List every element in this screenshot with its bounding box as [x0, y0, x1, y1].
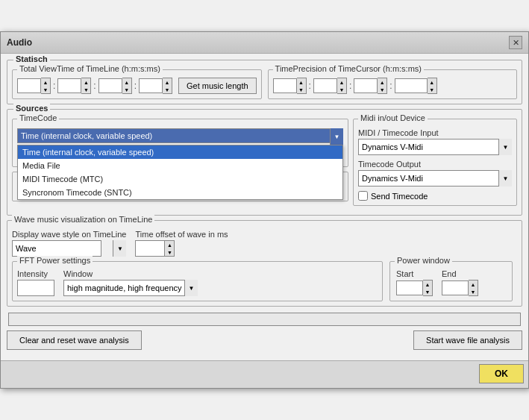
clear-button[interactable]: Clear and reset wave analysis — [7, 330, 142, 350]
sources-group: Sources TimeCode Time (internal clock, v… — [7, 109, 522, 216]
tvt-ms-input[interactable]: 0 — [139, 78, 163, 93]
tvt-s-up[interactable]: ▲ — [122, 78, 131, 86]
window-content: Statisch Total ViewTime of TimeLine (h:m… — [1, 54, 528, 360]
power-end-up[interactable]: ▲ — [469, 280, 478, 288]
window-field: Window high magnitude, high frequency lo… — [63, 269, 198, 296]
tp-ms-input[interactable]: 100 — [395, 78, 428, 93]
tvt-h-down[interactable]: ▼ — [41, 86, 50, 93]
tvt-ms-spinner-btns: ▲ ▼ — [163, 78, 172, 94]
tp-h-spinner-btns: ▲ ▼ — [297, 78, 307, 94]
timeprecision-legend: TimePrecision of TimeCursor (h:m:s:ms) — [273, 64, 424, 73]
offset-up[interactable]: ▲ — [165, 241, 174, 248]
tp-s-input[interactable]: 0 — [354, 78, 378, 93]
power-start-input[interactable]: 0 — [396, 280, 423, 295]
power-end-input[interactable]: 1 — [442, 280, 469, 295]
tvt-s-down[interactable]: ▼ — [122, 86, 131, 93]
sources-legend: Sources — [13, 104, 50, 113]
tp-m-down[interactable]: ▼ — [337, 86, 346, 93]
midi-input-select[interactable]: Dynamics V-Midi — [358, 139, 512, 155]
timecode-legend: TimeCode — [17, 113, 59, 122]
fft-power-row: FFT Power settings Intensity 256 Window — [12, 261, 517, 301]
ok-button[interactable]: OK — [479, 364, 524, 383]
timecode-selected[interactable]: Time (internal clock, variable speed) — [17, 128, 343, 143]
start-button[interactable]: Start wave file analysis — [413, 330, 522, 350]
timecode-option-1[interactable]: Media File — [18, 159, 342, 172]
fft-window-select[interactable]: high magnitude, high frequency low magni… — [63, 280, 198, 296]
sep6: : — [389, 81, 392, 91]
display-style-wrap: Wave FFT None ▼ — [12, 240, 126, 257]
timeprecision-group: TimePrecision of TimeCursor (h:m:s:ms) 0… — [268, 69, 517, 99]
tvt-m-input[interactable]: 0 — [57, 78, 81, 93]
close-button[interactable]: ✕ — [509, 36, 522, 49]
left-sources: TimeCode Time (internal clock, variable … — [12, 119, 348, 206]
tp-m-up[interactable]: ▲ — [337, 78, 346, 86]
tp-s-spinner-btns: ▲ ▼ — [378, 78, 387, 94]
display-style-label: Display wave style on TimeLine — [12, 230, 126, 239]
sep2: : — [93, 81, 96, 91]
tvt-h-spinner-btns: ▲ ▼ — [41, 78, 51, 94]
power-start-down[interactable]: ▼ — [423, 288, 432, 295]
power-start-spinner-btns: ▲ ▼ — [423, 280, 433, 296]
tp-ms-up[interactable]: ▲ — [428, 78, 436, 86]
total-viewtime-fields: 0 ▲ ▼ : 0 ▲ ▼ — [17, 78, 257, 94]
tp-ms-down[interactable]: ▼ — [428, 86, 436, 93]
tvt-m-up[interactable]: ▲ — [81, 78, 90, 86]
tvt-ms-down[interactable]: ▼ — [163, 86, 172, 93]
timecode-option-0[interactable]: Time (internal clock, variable speed) — [18, 145, 342, 159]
tp-ms-spinner: 100 ▲ ▼ — [395, 78, 437, 94]
sep3: : — [134, 81, 137, 91]
send-timecode-checkbox[interactable] — [358, 191, 368, 201]
ok-row: OK — [1, 360, 528, 388]
tvt-m-down[interactable]: ▼ — [81, 86, 90, 93]
power-end-down[interactable]: ▼ — [469, 288, 478, 295]
intensity-input[interactable]: 256 — [17, 280, 54, 296]
power-start-field: Start 0 ▲ ▼ — [396, 269, 433, 296]
send-timecode-label[interactable]: Send Timecode — [371, 192, 428, 201]
timecode-output-select[interactable]: Dynamics V-Midi — [358, 170, 512, 187]
get-music-length-button[interactable]: Get music length — [178, 78, 257, 94]
offset-field: Time offset of wave in ms 0 ▲ ▼ — [135, 230, 228, 257]
tvt-s-input[interactable]: 10 — [98, 78, 122, 93]
tvt-ms-up[interactable]: ▲ — [163, 78, 172, 86]
tp-ms-spinner-btns: ▲ ▼ — [428, 78, 437, 94]
offset-down[interactable]: ▼ — [165, 248, 174, 256]
tp-s-up[interactable]: ▲ — [378, 78, 386, 86]
tp-h-up[interactable]: ▲ — [297, 78, 306, 86]
timecode-output-section: Timecode Output Dynamics V-Midi ▼ — [358, 160, 512, 187]
tvt-m-spinner: 0 ▲ ▼ — [57, 78, 91, 94]
wave-legend: Wave music visualization on TimeLine — [12, 215, 154, 224]
display-style-select[interactable]: Wave FFT None — [12, 240, 101, 257]
power-end-spinner: 1 ▲ ▼ — [442, 280, 478, 296]
tp-h-down[interactable]: ▼ — [297, 86, 306, 93]
timecode-option-2[interactable]: MIDI Timecode (MTC) — [18, 172, 342, 186]
title-bar: Audio ✕ — [1, 32, 528, 54]
total-viewtime-legend: Total ViewTime of TimeLine (h:m:s:ms) — [17, 64, 163, 73]
midi-input-section: MIDI / Timecode Input Dynamics V-Midi ▼ — [358, 128, 512, 155]
bottom-buttons: Clear and reset wave analysis Start wave… — [7, 330, 522, 350]
timecode-output-label: Timecode Output — [358, 160, 512, 169]
sep1: : — [53, 81, 55, 91]
send-timecode-row: Send Timecode — [358, 191, 512, 201]
intensity-label: Intensity — [17, 269, 54, 278]
midi-group: Midi in/out Device MIDI / Timecode Input… — [353, 119, 517, 206]
audio-dialog: Audio ✕ Statisch Total ViewTime of TimeL… — [0, 31, 529, 389]
power-start-label: Start — [396, 269, 433, 278]
fft-window-wrap: high magnitude, high frequency low magni… — [63, 280, 198, 296]
power-start-spinner: 0 ▲ ▼ — [396, 280, 433, 296]
fft-fields-row: Intensity 256 Window high magnitude, hig… — [17, 269, 378, 296]
midi-input-label: MIDI / Timecode Input — [358, 128, 512, 137]
tvt-h-input[interactable]: 0 — [17, 78, 41, 93]
statisch-inner: Total ViewTime of TimeLine (h:m:s:ms) 0 … — [12, 63, 517, 99]
timecode-group: TimeCode Time (internal clock, variable … — [12, 119, 348, 167]
offset-input[interactable]: 0 — [135, 240, 165, 257]
power-end-field: End 1 ▲ ▼ — [442, 269, 478, 296]
offset-label: Time offset of wave in ms — [135, 230, 228, 239]
tp-h-input[interactable]: 0 — [273, 78, 297, 93]
power-start-up[interactable]: ▲ — [423, 280, 432, 288]
timecode-dropdown-list: Time (internal clock, variable speed) Me… — [17, 145, 343, 200]
tp-s-down[interactable]: ▼ — [378, 86, 386, 93]
tvt-h-up[interactable]: ▲ — [41, 78, 50, 86]
timecode-option-3[interactable]: Syncronom Timecode (SNTC) — [18, 186, 342, 199]
tp-m-input[interactable]: 0 — [313, 78, 337, 93]
window-label: Window — [63, 269, 198, 278]
